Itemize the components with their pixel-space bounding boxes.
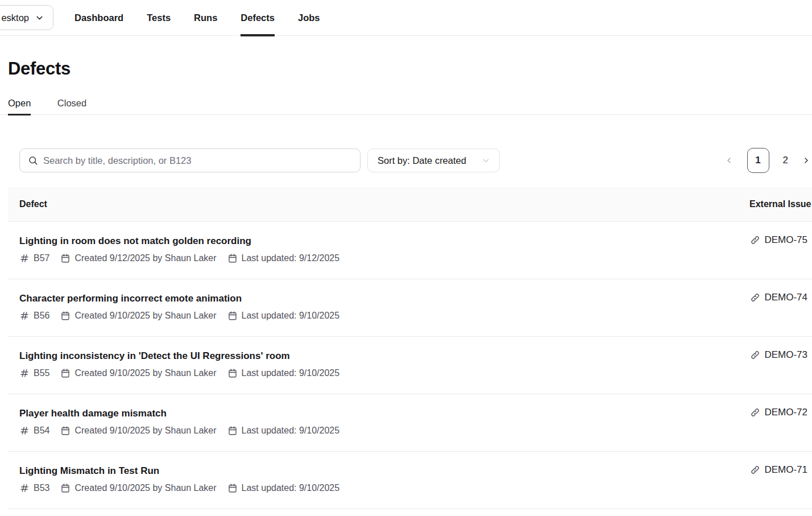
chevron-down-icon (35, 13, 44, 23)
project-selector-dropdown[interactable]: esktop (0, 5, 53, 30)
search-icon (28, 155, 38, 166)
defect-meta: B54 Created 9/10/2025 by Shaun Laker Las… (19, 426, 812, 436)
chevron-right-icon (802, 156, 811, 165)
defect-title[interactable]: Lighting in room does not match golden r… (19, 235, 812, 247)
defect-created: Created 9/10/2025 by Shaun Laker (60, 368, 216, 378)
defect-id: B55 (19, 368, 49, 378)
external-issue-label: DEMO-75 (764, 234, 807, 246)
defect-updated: Last updated: 9/10/2025 (227, 311, 340, 321)
external-issue-label: DEMO-74 (764, 292, 807, 303)
table-body: Lighting in room does not match golden r… (8, 222, 812, 509)
defect-created-label: Created 9/12/2025 by Shaun Laker (74, 253, 216, 263)
defect-title[interactable]: Lighting Mismatch in Test Run (19, 465, 812, 477)
defect-meta: B53 Created 9/10/2025 by Shaun Laker Las… (19, 483, 812, 493)
defect-id-label: B54 (34, 426, 49, 436)
defect-created: Created 9/10/2025 by Shaun Laker (60, 426, 216, 436)
page-title: Defects (8, 59, 812, 79)
defect-updated-label: Last updated: 9/10/2025 (242, 426, 340, 436)
tab-closed[interactable]: Closed (57, 92, 86, 114)
external-issue-link[interactable]: DEMO-71 (750, 464, 807, 476)
defect-created: Created 9/12/2025 by Shaun Laker (60, 253, 216, 263)
table-row[interactable]: Lighting Mismatch in Test Run B53 Create… (8, 452, 812, 509)
top-navigation-bar: esktop Dashboard Tests Runs Defects Jobs (0, 0, 812, 36)
nav-items: Dashboard Tests Runs Defects Jobs (74, 0, 320, 36)
pagination: 1 2 (724, 148, 811, 173)
calendar-icon (60, 311, 71, 321)
defect-created-label: Created 9/10/2025 by Shaun Laker (74, 368, 216, 378)
external-issue-link[interactable]: DEMO-75 (750, 234, 807, 246)
defect-created-label: Created 9/10/2025 by Shaun Laker (74, 311, 216, 321)
nav-item-tests[interactable]: Tests (147, 0, 171, 36)
defect-created: Created 9/10/2025 by Shaun Laker (60, 311, 216, 321)
defect-state-tabs: Open Closed (0, 92, 812, 115)
table-row[interactable]: Character performing incorrect emote ani… (8, 279, 812, 337)
nav-item-runs[interactable]: Runs (194, 0, 217, 36)
next-page-button[interactable] (802, 156, 811, 165)
external-issue-link[interactable]: DEMO-73 (750, 349, 807, 361)
toolbar: Sort by: Date created 1 2 (19, 148, 812, 172)
search-input[interactable] (43, 155, 352, 166)
link-icon (750, 350, 760, 360)
defect-title[interactable]: Player health damage mismatch (19, 407, 812, 419)
defect-updated: Last updated: 9/12/2025 (227, 253, 340, 263)
external-issue-link[interactable]: DEMO-72 (750, 407, 807, 418)
defect-meta: B57 Created 9/12/2025 by Shaun Laker Las… (19, 253, 812, 263)
link-icon (750, 465, 760, 475)
sort-dropdown[interactable]: Sort by: Date created (367, 148, 500, 172)
hash-icon (19, 426, 30, 436)
external-issue-label: DEMO-72 (764, 407, 807, 418)
calendar-icon (227, 483, 238, 493)
column-header-defect: Defect (8, 199, 47, 209)
page-number-2[interactable]: 2 (783, 155, 788, 166)
tab-open[interactable]: Open (8, 92, 31, 114)
defect-title[interactable]: Character performing incorrect emote ani… (19, 292, 812, 304)
defect-created-label: Created 9/10/2025 by Shaun Laker (74, 483, 216, 493)
table-row[interactable]: Lighting in room does not match golden r… (8, 222, 812, 279)
defect-title[interactable]: Lighting inconsistency in 'Detect the UI… (19, 350, 812, 362)
link-icon (750, 292, 760, 303)
table-header-row: Defect External Issue (8, 187, 812, 222)
search-box[interactable] (19, 148, 361, 172)
nav-item-dashboard[interactable]: Dashboard (74, 0, 123, 36)
chevron-left-icon (724, 156, 734, 165)
hash-icon (19, 253, 30, 263)
defect-updated-label: Last updated: 9/12/2025 (242, 253, 340, 263)
calendar-icon (227, 368, 238, 378)
external-issue-link[interactable]: DEMO-74 (750, 292, 807, 303)
sort-label: Sort by: Date created (378, 155, 466, 166)
chevron-down-icon (481, 156, 491, 166)
nav-item-jobs[interactable]: Jobs (298, 0, 320, 36)
calendar-icon (227, 253, 238, 263)
defect-id-label: B57 (34, 253, 49, 263)
calendar-icon (60, 253, 71, 263)
column-header-external-issue: External Issue (749, 199, 811, 209)
defect-updated: Last updated: 9/10/2025 (227, 368, 340, 378)
defect-id: B56 (19, 311, 49, 321)
calendar-icon (60, 483, 71, 493)
defect-updated-label: Last updated: 9/10/2025 (242, 368, 340, 378)
external-issue-label: DEMO-73 (764, 349, 807, 361)
defect-created: Created 9/10/2025 by Shaun Laker (60, 483, 216, 493)
defect-updated-label: Last updated: 9/10/2025 (242, 311, 340, 321)
defect-id-label: B56 (34, 311, 49, 321)
calendar-icon (60, 426, 71, 436)
calendar-icon (60, 368, 71, 378)
defect-id: B53 (19, 483, 49, 493)
page-number-1[interactable]: 1 (747, 148, 769, 173)
defect-updated: Last updated: 9/10/2025 (227, 426, 340, 436)
project-selector-label: esktop (1, 13, 29, 23)
defect-id-label: B55 (34, 368, 49, 378)
calendar-icon (227, 311, 238, 321)
defect-created-label: Created 9/10/2025 by Shaun Laker (74, 426, 216, 436)
table-row[interactable]: Lighting inconsistency in 'Detect the UI… (8, 337, 812, 394)
defect-updated-label: Last updated: 9/10/2025 (242, 483, 340, 493)
defect-meta: B55 Created 9/10/2025 by Shaun Laker Las… (19, 368, 812, 378)
defect-meta: B56 Created 9/10/2025 by Shaun Laker Las… (19, 311, 812, 321)
previous-page-button[interactable] (724, 156, 734, 165)
nav-item-defects[interactable]: Defects (241, 0, 275, 36)
hash-icon (19, 368, 30, 378)
defect-updated: Last updated: 9/10/2025 (227, 483, 340, 493)
table-row[interactable]: Player health damage mismatch B54 Create… (8, 394, 812, 452)
defect-id: B54 (19, 426, 49, 436)
hash-icon (19, 483, 30, 493)
